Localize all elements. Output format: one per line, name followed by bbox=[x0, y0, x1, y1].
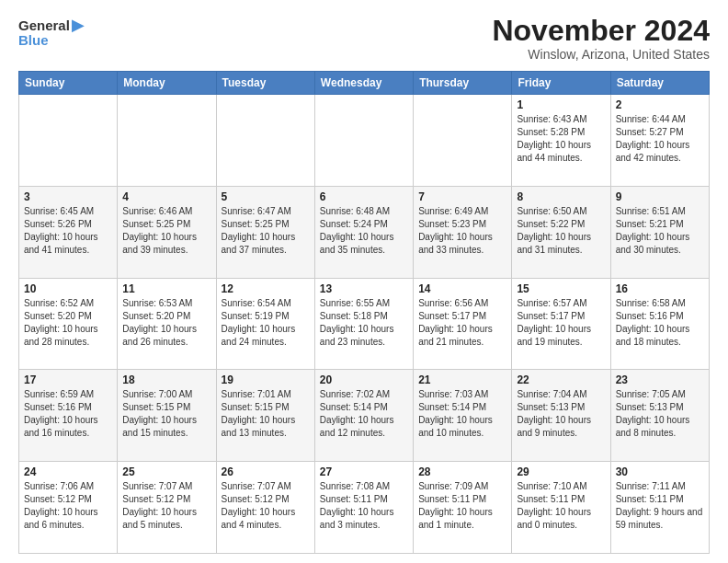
cell-info: Sunrise: 7:07 AMSunset: 5:12 PMDaylight:… bbox=[222, 480, 310, 532]
day-number: 4 bbox=[122, 190, 210, 203]
calendar-cell: 15Sunrise: 6:57 AMSunset: 5:17 PMDayligh… bbox=[512, 278, 610, 370]
calendar-cell: 24Sunrise: 7:06 AMSunset: 5:12 PMDayligh… bbox=[19, 462, 118, 554]
week-row-5: 24Sunrise: 7:06 AMSunset: 5:12 PMDayligh… bbox=[19, 462, 710, 554]
cell-info: Sunrise: 6:47 AMSunset: 5:25 PMDaylight:… bbox=[222, 205, 310, 257]
month-title: November 2024 bbox=[492, 15, 710, 47]
day-number: 22 bbox=[517, 373, 605, 386]
cell-info: Sunrise: 6:49 AMSunset: 5:23 PMDaylight:… bbox=[418, 205, 506, 257]
week-row-4: 17Sunrise: 6:59 AMSunset: 5:16 PMDayligh… bbox=[19, 370, 710, 462]
calendar-cell: 2Sunrise: 6:44 AMSunset: 5:27 PMDaylight… bbox=[610, 95, 709, 187]
day-number: 3 bbox=[24, 190, 112, 203]
cell-info: Sunrise: 6:46 AMSunset: 5:25 PMDaylight:… bbox=[122, 205, 210, 257]
logo-general-text: General bbox=[18, 17, 70, 33]
cell-info: Sunrise: 6:53 AMSunset: 5:20 PMDaylight:… bbox=[122, 297, 210, 349]
calendar-cell: 16Sunrise: 6:58 AMSunset: 5:16 PMDayligh… bbox=[610, 278, 709, 370]
cell-info: Sunrise: 7:07 AMSunset: 5:12 PMDaylight:… bbox=[122, 480, 210, 532]
day-number: 2 bbox=[616, 98, 704, 111]
day-number: 11 bbox=[122, 282, 210, 295]
cell-info: Sunrise: 6:52 AMSunset: 5:20 PMDaylight:… bbox=[24, 297, 112, 349]
calendar-cell: 5Sunrise: 6:47 AMSunset: 5:25 PMDaylight… bbox=[216, 186, 314, 278]
calendar-cell: 17Sunrise: 6:59 AMSunset: 5:16 PMDayligh… bbox=[19, 370, 118, 462]
calendar-cell: 3Sunrise: 6:45 AMSunset: 5:26 PMDaylight… bbox=[19, 186, 118, 278]
calendar-cell: 27Sunrise: 7:08 AMSunset: 5:11 PMDayligh… bbox=[314, 462, 413, 554]
day-number: 8 bbox=[517, 190, 605, 203]
cell-info: Sunrise: 7:10 AMSunset: 5:11 PMDaylight:… bbox=[517, 480, 605, 532]
cell-info: Sunrise: 6:48 AMSunset: 5:24 PMDaylight:… bbox=[320, 205, 408, 257]
cell-info: Sunrise: 7:00 AMSunset: 5:15 PMDaylight:… bbox=[122, 388, 210, 440]
cell-info: Sunrise: 7:04 AMSunset: 5:13 PMDaylight:… bbox=[517, 388, 605, 440]
day-number: 15 bbox=[517, 282, 605, 295]
calendar-cell: 13Sunrise: 6:55 AMSunset: 5:18 PMDayligh… bbox=[314, 278, 413, 370]
day-number: 9 bbox=[616, 190, 704, 203]
calendar-cell: 1Sunrise: 6:43 AMSunset: 5:28 PMDaylight… bbox=[512, 95, 610, 187]
cell-info: Sunrise: 6:43 AMSunset: 5:28 PMDaylight:… bbox=[517, 113, 605, 165]
cell-info: Sunrise: 6:58 AMSunset: 5:16 PMDaylight:… bbox=[616, 297, 704, 349]
day-number: 20 bbox=[320, 373, 408, 386]
calendar-cell: 26Sunrise: 7:07 AMSunset: 5:12 PMDayligh… bbox=[216, 462, 314, 554]
cell-info: Sunrise: 6:56 AMSunset: 5:17 PMDaylight:… bbox=[418, 297, 506, 349]
calendar-cell bbox=[118, 95, 216, 187]
day-number: 14 bbox=[418, 282, 506, 295]
calendar-cell: 14Sunrise: 6:56 AMSunset: 5:17 PMDayligh… bbox=[414, 278, 512, 370]
calendar-cell: 11Sunrise: 6:53 AMSunset: 5:20 PMDayligh… bbox=[118, 278, 216, 370]
calendar-cell bbox=[19, 95, 118, 187]
cell-info: Sunrise: 7:11 AMSunset: 5:11 PMDaylight:… bbox=[616, 480, 704, 532]
calendar-cell: 28Sunrise: 7:09 AMSunset: 5:11 PMDayligh… bbox=[414, 462, 512, 554]
day-number: 21 bbox=[418, 373, 506, 386]
day-number: 5 bbox=[222, 190, 310, 203]
logo-blue-text: Blue bbox=[18, 32, 49, 48]
cell-info: Sunrise: 7:08 AMSunset: 5:11 PMDaylight:… bbox=[320, 480, 408, 532]
day-number: 1 bbox=[517, 98, 605, 111]
weekday-header-row: SundayMondayTuesdayWednesdayThursdayFrid… bbox=[19, 72, 710, 95]
calendar-cell: 22Sunrise: 7:04 AMSunset: 5:13 PMDayligh… bbox=[512, 370, 610, 462]
day-number: 23 bbox=[616, 373, 704, 386]
weekday-header-tuesday: Tuesday bbox=[216, 72, 314, 95]
calendar-cell: 12Sunrise: 6:54 AMSunset: 5:19 PMDayligh… bbox=[216, 278, 314, 370]
day-number: 30 bbox=[616, 465, 704, 478]
logo-bird-icon: ▶ bbox=[72, 15, 85, 35]
title-block: November 2024 Winslow, Arizona, United S… bbox=[492, 15, 710, 62]
calendar-cell: 7Sunrise: 6:49 AMSunset: 5:23 PMDaylight… bbox=[414, 186, 512, 278]
cell-info: Sunrise: 6:51 AMSunset: 5:21 PMDaylight:… bbox=[616, 205, 704, 257]
day-number: 19 bbox=[222, 373, 310, 386]
day-number: 10 bbox=[24, 282, 112, 295]
logo: General ▶ Blue bbox=[18, 15, 85, 48]
day-number: 13 bbox=[320, 282, 408, 295]
cell-info: Sunrise: 7:06 AMSunset: 5:12 PMDaylight:… bbox=[24, 480, 112, 532]
calendar-cell: 8Sunrise: 6:50 AMSunset: 5:22 PMDaylight… bbox=[512, 186, 610, 278]
calendar-cell: 21Sunrise: 7:03 AMSunset: 5:14 PMDayligh… bbox=[414, 370, 512, 462]
calendar-cell: 29Sunrise: 7:10 AMSunset: 5:11 PMDayligh… bbox=[512, 462, 610, 554]
calendar-cell bbox=[314, 95, 413, 187]
page: General ▶ Blue November 2024 Winslow, Ar… bbox=[0, 0, 728, 563]
calendar-cell: 25Sunrise: 7:07 AMSunset: 5:12 PMDayligh… bbox=[118, 462, 216, 554]
day-number: 24 bbox=[24, 465, 112, 478]
cell-info: Sunrise: 6:44 AMSunset: 5:27 PMDaylight:… bbox=[616, 113, 704, 165]
week-row-1: 1Sunrise: 6:43 AMSunset: 5:28 PMDaylight… bbox=[19, 95, 710, 187]
calendar-table: SundayMondayTuesdayWednesdayThursdayFrid… bbox=[18, 71, 710, 554]
day-number: 6 bbox=[320, 190, 408, 203]
calendar-cell: 19Sunrise: 7:01 AMSunset: 5:15 PMDayligh… bbox=[216, 370, 314, 462]
cell-info: Sunrise: 6:54 AMSunset: 5:19 PMDaylight:… bbox=[222, 297, 310, 349]
day-number: 16 bbox=[616, 282, 704, 295]
day-number: 25 bbox=[122, 465, 210, 478]
location: Winslow, Arizona, United States bbox=[492, 47, 710, 62]
day-number: 18 bbox=[122, 373, 210, 386]
day-number: 17 bbox=[24, 373, 112, 386]
cell-info: Sunrise: 7:01 AMSunset: 5:15 PMDaylight:… bbox=[222, 388, 310, 440]
week-row-2: 3Sunrise: 6:45 AMSunset: 5:26 PMDaylight… bbox=[19, 186, 710, 278]
weekday-header-thursday: Thursday bbox=[414, 72, 512, 95]
weekday-header-sunday: Sunday bbox=[19, 72, 118, 95]
cell-info: Sunrise: 6:59 AMSunset: 5:16 PMDaylight:… bbox=[24, 388, 112, 440]
calendar-cell: 23Sunrise: 7:05 AMSunset: 5:13 PMDayligh… bbox=[610, 370, 709, 462]
weekday-header-monday: Monday bbox=[118, 72, 216, 95]
calendar-cell: 9Sunrise: 6:51 AMSunset: 5:21 PMDaylight… bbox=[610, 186, 709, 278]
cell-info: Sunrise: 7:05 AMSunset: 5:13 PMDaylight:… bbox=[616, 388, 704, 440]
cell-info: Sunrise: 6:50 AMSunset: 5:22 PMDaylight:… bbox=[517, 205, 605, 257]
day-number: 29 bbox=[517, 465, 605, 478]
calendar-cell: 20Sunrise: 7:02 AMSunset: 5:14 PMDayligh… bbox=[314, 370, 413, 462]
calendar-cell bbox=[216, 95, 314, 187]
calendar-cell: 6Sunrise: 6:48 AMSunset: 5:24 PMDaylight… bbox=[314, 186, 413, 278]
calendar-cell: 4Sunrise: 6:46 AMSunset: 5:25 PMDaylight… bbox=[118, 186, 216, 278]
calendar-cell bbox=[414, 95, 512, 187]
day-number: 28 bbox=[418, 465, 506, 478]
